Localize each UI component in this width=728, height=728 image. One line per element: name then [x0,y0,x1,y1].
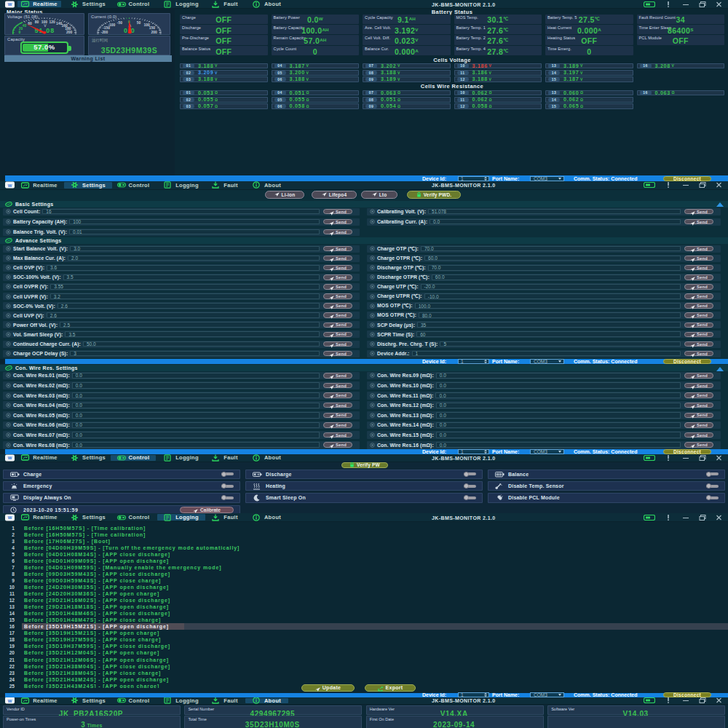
disconnect-button[interactable]: Disconnect [663,176,711,181]
menu-item-control[interactable]: Control [111,514,156,521]
setting-value-field[interactable]: 16 [42,209,320,215]
send-button[interactable]: Send [684,403,713,408]
log-row[interactable]: 11 Before [24D20H30M36S] - [APP open cha… [0,590,728,597]
send-button[interactable]: Send [323,265,352,271]
lifepo4-button[interactable]: Lifepo4 [312,191,357,199]
disconnect-button[interactable]: Disconnect [663,359,711,364]
log-row[interactable]: 12 Before [29D21H16M02S] - [APP close di… [0,597,728,604]
device-id-spinner[interactable]: 1 [458,176,489,181]
log-row[interactable]: 24 Before [35D21H43M24S] - [APP open dis… [0,676,728,683]
setting-value-field[interactable]: 60.0 [424,256,681,261]
menu-item-about[interactable]: About [245,698,288,703]
verify-pwd-button[interactable]: Verify PWD. [407,191,461,199]
setting-value-field[interactable]: 0.0 [72,392,320,398]
send-button[interactable]: Send [684,413,713,419]
log-row[interactable]: 5 Before [04D01H08M34S] - [APP close dis… [0,551,728,558]
log-row[interactable]: 6 Before [04D01H09M09S] - [APP open disc… [0,558,728,564]
menu-item-logging[interactable]: Logging [157,1,205,7]
setting-value-field[interactable]: 0.0 [436,432,681,438]
send-button[interactable]: Send [323,422,352,428]
send-button[interactable]: Send [684,293,713,299]
toggle-switch[interactable] [464,484,476,488]
log-row[interactable]: 1 Before [16H50M57S] - [Time calibration… [0,525,728,531]
log-row[interactable]: 19 Before [35D19H37M59S] - [APP close di… [0,643,728,649]
li-ion-button[interactable]: Li-ion [265,191,304,199]
setting-value-field[interactable]: 70.0 [421,246,681,252]
log-row[interactable]: 18 Before [35D19H37M59S] - [APP close ch… [0,636,728,643]
setting-value-field[interactable]: 0.0 [435,392,681,398]
log-row[interactable]: 22 Before [35D21H38M04S] - [APP close di… [0,663,728,670]
menu-item-control[interactable]: Control [111,182,156,189]
send-button[interactable]: Send [684,442,713,448]
setting-value-field[interactable]: 0.01 [69,229,320,235]
info-icon[interactable] [667,1,670,7]
setting-value-field[interactable]: 2.6 [47,312,320,318]
toggle-switch[interactable] [464,472,476,476]
send-button[interactable]: Send [323,293,352,299]
close-icon[interactable] [716,514,722,521]
device-id-spinner[interactable]: 1 [458,359,489,364]
setting-value-field[interactable]: 3.6 [47,265,320,271]
menu-item-realtime[interactable]: Realtime [17,182,61,189]
send-button[interactable]: Send [684,303,713,309]
send-button[interactable]: Send [684,274,713,280]
port-select[interactable]: COM3 [530,359,564,364]
menu-item-fault[interactable]: Fault [206,182,244,189]
send-button[interactable]: Send [684,246,713,252]
lto-button[interactable]: Lto [361,191,397,199]
minimize-icon[interactable] [682,454,689,461]
menu-item-about[interactable]: About [245,514,288,521]
toggle-switch[interactable] [221,484,234,488]
log-row[interactable]: 20 Before [35D21H12M04S] - [APP open cha… [0,649,728,656]
log-row[interactable]: 21 Before [35D21H12M06S] - [APP open dis… [0,657,728,663]
device-id-spinner[interactable]: 1 [458,449,489,454]
send-button[interactable]: Send [323,332,352,338]
send-button[interactable]: Send [323,403,352,408]
menu-item-about[interactable]: About [245,1,288,7]
setting-value-field[interactable]: 0.0 [72,373,320,379]
send-button[interactable]: Send [684,422,713,428]
port-select[interactable]: COM3 [530,176,564,181]
export-button[interactable]: Export [365,684,416,692]
send-button[interactable]: Send [323,209,352,215]
toggle-switch[interactable] [706,484,719,488]
close-icon[interactable] [716,454,722,461]
send-button[interactable]: Send [323,219,352,225]
minimize-icon[interactable] [682,1,689,7]
send-button[interactable]: Send [323,284,352,290]
send-button[interactable]: Send [684,392,713,398]
minimize-icon[interactable] [682,514,689,521]
send-button[interactable]: Send [684,373,713,379]
info-icon[interactable] [667,454,670,461]
menu-item-logging[interactable]: Logging [157,182,205,189]
send-button[interactable]: Send [323,274,352,280]
verify-pw-button[interactable]: Verify PW [341,462,388,469]
menu-item-control[interactable]: Control [111,698,156,703]
setting-value-field[interactable]: 0.0 [436,422,681,428]
menu-item-logging[interactable]: Logging [157,455,205,461]
maximize-icon[interactable] [699,697,706,704]
log-row[interactable]: 13 Before [29D21H18M18S] - [APP open dis… [0,604,728,610]
setting-value-field[interactable]: 3.5 [65,331,320,337]
log-row[interactable]: 7 Before [04D01H09M59S] - [Manually enab… [0,564,728,571]
scroll-up-icon[interactable] [716,367,724,371]
setting-value-field[interactable]: 0.0 [430,219,681,225]
send-button[interactable]: Send [684,332,713,338]
info-icon[interactable] [667,514,670,521]
setting-value-field[interactable]: 60 [416,331,681,337]
send-button[interactable]: Send [684,312,713,318]
setting-value-field[interactable]: 80.0 [419,312,681,318]
menu-item-fault[interactable]: Fault [206,514,244,521]
send-button[interactable]: Send [684,209,713,215]
toggle-switch[interactable] [464,496,476,500]
setting-value-field[interactable]: 0.0 [72,442,320,448]
setting-value-field[interactable]: 0.0 [72,382,320,388]
send-button[interactable]: Send [684,432,713,438]
log-row[interactable]: 15 Before [35D01H48M47S] - [APP close ch… [0,617,728,623]
calibrate-button[interactable]: Calibrate [180,507,234,514]
send-button[interactable]: Send [684,256,713,261]
log-row[interactable]: 4 Before [04D00H39M59S] - [Turn off the … [0,545,728,551]
send-button[interactable]: Send [323,383,352,389]
setting-value-field[interactable]: 0.0 [436,373,681,379]
setting-value-field[interactable]: 2.5 [60,322,320,328]
